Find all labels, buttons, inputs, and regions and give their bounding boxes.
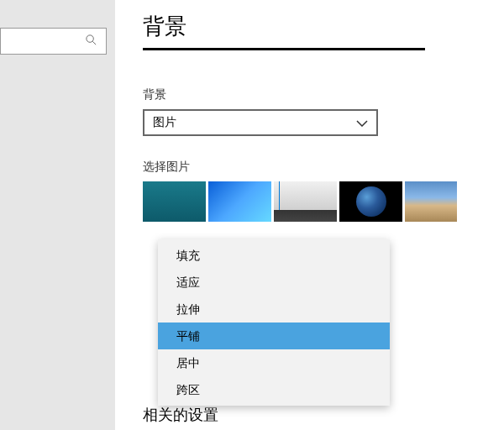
related-settings-heading: 相关的设置 bbox=[143, 405, 218, 425]
fit-option-fill[interactable]: 填充 bbox=[158, 242, 390, 269]
fit-dropdown-menu: 填充 适应 拉伸 平铺 居中 跨区 bbox=[158, 239, 390, 406]
chevron-down-icon bbox=[356, 115, 368, 130]
fit-option-fit[interactable]: 适应 bbox=[158, 269, 390, 296]
thumbnail-4[interactable] bbox=[339, 181, 402, 222]
choose-picture-label: 选择图片 bbox=[143, 160, 504, 175]
dropdown-selected: 图片 bbox=[153, 115, 176, 130]
background-dropdown[interactable]: 图片 bbox=[143, 109, 378, 136]
fit-option-stretch[interactable]: 拉伸 bbox=[158, 296, 390, 322]
search-icon bbox=[85, 34, 97, 50]
background-label: 背景 bbox=[143, 87, 504, 102]
svg-point-0 bbox=[87, 34, 93, 41]
title-underline bbox=[143, 48, 425, 50]
thumbnail-3[interactable] bbox=[274, 181, 337, 222]
fit-option-tile[interactable]: 平铺 bbox=[158, 322, 390, 349]
thumbnail-5[interactable] bbox=[405, 181, 457, 222]
fit-option-span[interactable]: 跨区 bbox=[158, 376, 390, 403]
thumbnail-2[interactable] bbox=[208, 181, 271, 222]
picture-thumbnails bbox=[143, 181, 504, 222]
search-input[interactable] bbox=[0, 28, 107, 55]
page-title: 背景 bbox=[143, 12, 504, 41]
thumbnail-1[interactable] bbox=[143, 181, 206, 222]
sidebar bbox=[0, 0, 115, 430]
fit-option-center[interactable]: 居中 bbox=[158, 349, 390, 376]
svg-line-1 bbox=[92, 41, 96, 45]
